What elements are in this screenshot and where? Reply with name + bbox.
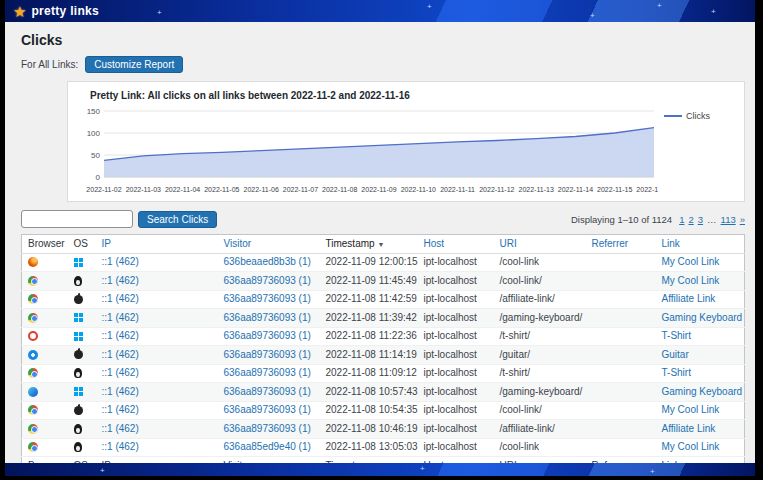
firefox-icon: [28, 257, 38, 267]
link-link[interactable]: T-Shirt: [662, 330, 691, 341]
visitor-link[interactable]: 636aa89736093 (1): [224, 293, 311, 304]
linux-icon: [74, 424, 82, 434]
link-link[interactable]: My Cool Link: [662, 441, 720, 452]
sparkle-icon: [711, 8, 716, 16]
referrer-cell: [586, 272, 656, 291]
search-input[interactable]: [21, 210, 133, 228]
sort-desc-icon: ▼: [377, 241, 384, 248]
sparkle-icon: [657, 2, 662, 10]
ip-link[interactable]: ::1 (462): [102, 256, 139, 267]
column-header-referrer[interactable]: Referrer: [586, 235, 656, 254]
visitor-link[interactable]: 636aa89736093 (1): [224, 404, 311, 415]
link-link[interactable]: My Cool Link: [662, 404, 720, 415]
windows-icon: [74, 332, 83, 341]
timestamp-cell: 2022-11-08 11:14:19: [320, 346, 418, 365]
svg-text:2022-11-10: 2022-11-10: [401, 186, 436, 193]
ip-link[interactable]: ::1 (462): [102, 275, 139, 286]
pagination-page-2[interactable]: 2: [688, 214, 693, 225]
chrome-icon: [28, 368, 38, 378]
host-cell: ipt-localhost: [418, 438, 494, 457]
opera-icon: [28, 331, 38, 341]
clicks-area-chart: 0501001502022-11-022022-11-032022-11-042…: [78, 105, 658, 199]
column-header-timestamp[interactable]: Timestamp ▼: [320, 235, 418, 254]
ip-link[interactable]: ::1 (462): [102, 386, 139, 397]
svg-text:2022-11-09: 2022-11-09: [361, 186, 396, 193]
link-link[interactable]: Gaming Keyboard: [662, 312, 743, 323]
host-cell: ipt-localhost: [418, 420, 494, 439]
link-link[interactable]: My Cool Link: [662, 275, 720, 286]
pagination-page-113[interactable]: 113: [721, 214, 736, 225]
link-link[interactable]: My Cool Link: [662, 256, 720, 267]
referrer-cell: [586, 346, 656, 365]
uri-cell: /gaming-keyboard/: [494, 383, 586, 402]
link-link[interactable]: Guitar: [662, 349, 689, 360]
ip-link[interactable]: ::1 (462): [102, 441, 139, 452]
apple-icon: [74, 295, 83, 304]
svg-text:2022-11-15: 2022-11-15: [597, 186, 632, 193]
pretty-links-logo: ★ pretty links: [13, 4, 99, 19]
link-link[interactable]: T-Shirt: [662, 367, 691, 378]
visitor-link[interactable]: 636aa89736093 (1): [224, 349, 311, 360]
uri-cell: /cool-link/: [494, 272, 586, 291]
pagination-page-3[interactable]: 3: [698, 214, 703, 225]
column-header-host[interactable]: Host: [418, 235, 494, 254]
svg-text:2022-11-02: 2022-11-02: [86, 186, 121, 193]
link-link[interactable]: Gaming Keyboard: [662, 386, 743, 397]
customize-report-button[interactable]: Customize Report: [85, 56, 183, 73]
referrer-cell: [586, 420, 656, 439]
visitor-link[interactable]: 636aa89736093 (1): [224, 330, 311, 341]
ip-link[interactable]: ::1 (462): [102, 312, 139, 323]
timestamp-cell: 2022-11-08 10:57:43: [320, 383, 418, 402]
column-header-visitor[interactable]: Visitor: [218, 235, 320, 254]
column-header-ip[interactable]: IP: [96, 235, 218, 254]
column-header-uri[interactable]: URI: [494, 235, 586, 254]
ip-link[interactable]: ::1 (462): [102, 349, 139, 360]
visitor-link[interactable]: 636aa89736093 (1): [224, 386, 311, 397]
referrer-cell: [586, 290, 656, 309]
ip-link[interactable]: ::1 (462): [102, 404, 139, 415]
ip-link[interactable]: ::1 (462): [102, 293, 139, 304]
timestamp-cell: 2022-11-08 11:09:12: [320, 364, 418, 383]
timestamp-cell: 2022-11-09 11:45:49: [320, 272, 418, 291]
visitor-link[interactable]: 636aa89736093 (1): [224, 312, 311, 323]
visitor-link[interactable]: 636aa89736093 (1): [224, 275, 311, 286]
svg-text:2022-11-13: 2022-11-13: [518, 186, 553, 193]
uri-cell: /affiliate-link/: [494, 420, 586, 439]
column-header-link[interactable]: Link: [656, 235, 745, 254]
main-content: Clicks For All Links: Customize Report P…: [5, 22, 755, 463]
ip-link[interactable]: ::1 (462): [102, 367, 139, 378]
referrer-cell: [586, 383, 656, 402]
top-banner: ★ pretty links: [5, 0, 755, 22]
svg-text:2022-11-06: 2022-11-06: [243, 186, 278, 193]
pagination-page-next[interactable]: »: [740, 214, 745, 225]
report-controls: For All Links: Customize Report: [21, 56, 745, 73]
uri-cell: /cool-link/: [494, 401, 586, 420]
svg-text:0: 0: [96, 173, 101, 182]
uri-cell: /t-shirt/: [494, 364, 586, 383]
host-cell: ipt-localhost: [418, 290, 494, 309]
clicks-chart-card: Pretty Link: All clicks on all links bet…: [67, 81, 745, 202]
column-header-browser: Browser: [22, 235, 68, 254]
table-row: ::1 (462)636aa85ed9e40 (1)2022-11-08 13:…: [22, 438, 745, 457]
safari-icon: [28, 350, 38, 360]
timestamp-cell: 2022-11-08 10:54:35: [320, 401, 418, 420]
visitor-link[interactable]: 636aa89736093 (1): [224, 367, 311, 378]
chart-title: Pretty Link: All clicks on all links bet…: [90, 90, 736, 101]
uri-cell: /t-shirt/: [494, 327, 586, 346]
search-clicks-button[interactable]: Search Clicks: [138, 211, 217, 228]
svg-text:2022-11-11: 2022-11-11: [440, 186, 475, 193]
visitor-link[interactable]: 636aa89736093 (1): [224, 423, 311, 434]
bottom-banner: [5, 463, 755, 476]
svg-text:2022-11-05: 2022-11-05: [204, 186, 239, 193]
pagination-summary: Displaying 1–10 of 1124: [571, 214, 672, 225]
ip-link[interactable]: ::1 (462): [102, 423, 139, 434]
link-link[interactable]: Affiliate Link: [662, 423, 716, 434]
uri-cell: /gaming-keyboard/: [494, 309, 586, 328]
logo-text: pretty links: [31, 4, 99, 18]
ip-link[interactable]: ::1 (462): [102, 330, 139, 341]
visitor-link[interactable]: 636beaaed8b3b (1): [224, 256, 311, 267]
visitor-link[interactable]: 636aa85ed9e40 (1): [224, 441, 311, 452]
host-cell: ipt-localhost: [418, 383, 494, 402]
link-link[interactable]: Affiliate Link: [662, 293, 716, 304]
pagination-page-1[interactable]: 1: [679, 214, 684, 225]
